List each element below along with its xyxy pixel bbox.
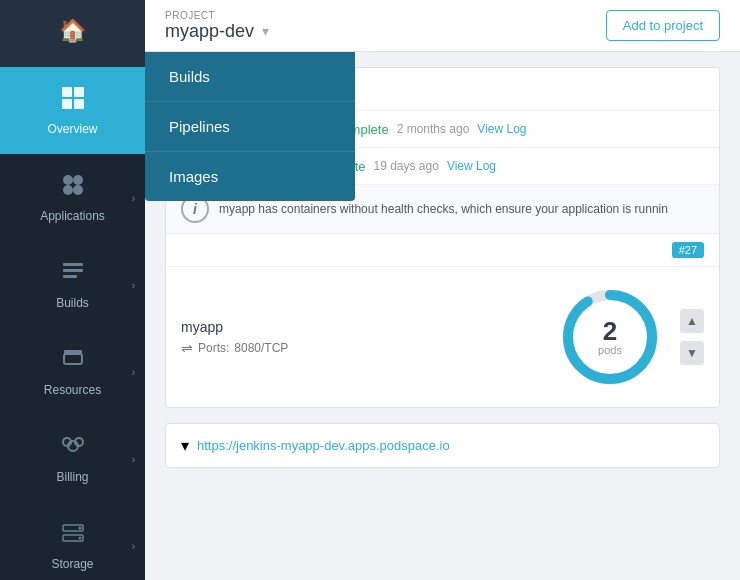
svg-point-18 — [78, 527, 81, 530]
project-name: myapp-dev — [165, 21, 254, 42]
svg-rect-8 — [63, 269, 83, 272]
sidebar-item-resources[interactable]: Resources › — [0, 328, 145, 415]
svg-point-7 — [73, 185, 83, 195]
chevron-icon-storage: › — [132, 540, 135, 551]
url-section: ▾ https://jenkins-myapp-dev.apps.podspac… — [165, 423, 720, 468]
svg-rect-9 — [63, 275, 77, 278]
sidebar-item-overview[interactable]: Overview — [0, 67, 145, 154]
chevron-icon-billing: › — [132, 453, 135, 464]
resources-icon — [60, 346, 86, 378]
url-link[interactable]: https://jenkins-myapp-dev.apps.podspace.… — [197, 438, 450, 453]
applications-icon — [60, 172, 86, 204]
pod-controls: ▲ ▼ — [680, 309, 704, 365]
pod-increase-button[interactable]: ▲ — [680, 309, 704, 333]
pod-row-badge: #27 — [672, 242, 704, 258]
svg-rect-3 — [74, 99, 84, 109]
pod-name: myapp — [181, 319, 540, 335]
dropdown-flyout: Builds Pipelines Images — [145, 52, 355, 201]
pipeline-view-log[interactable]: View Log — [477, 122, 526, 136]
sidebar-item-label-builds: Builds — [56, 296, 89, 310]
main-content: Project myapp-dev ▾ Add to project ▾ MYA… — [145, 0, 740, 580]
sidebar: 🏠 Overview Applications › — [0, 0, 145, 580]
svg-point-19 — [78, 537, 81, 540]
svg-point-5 — [73, 175, 83, 185]
svg-rect-10 — [63, 263, 83, 266]
project-label: Project — [165, 10, 269, 21]
svg-rect-11 — [64, 354, 82, 364]
add-to-project-button[interactable]: Add to project — [606, 10, 720, 41]
svg-rect-0 — [62, 87, 72, 97]
svg-rect-1 — [74, 87, 84, 97]
project-name-container: myapp-dev ▾ — [165, 21, 269, 42]
svg-rect-12 — [64, 350, 82, 355]
header-right: Add to project — [606, 10, 720, 41]
pod-count: 2 — [603, 318, 617, 344]
warning-text: myapp has containers without health chec… — [219, 202, 668, 216]
sidebar-item-storage[interactable]: Storage › — [0, 502, 145, 580]
sidebar-item-home[interactable]: 🏠 — [0, 0, 145, 67]
svg-point-4 — [63, 175, 73, 185]
pipeline-timestamp: 2 months ago — [397, 122, 470, 136]
url-chevron-icon: ▾ — [181, 436, 189, 455]
pod-info: myapp ⇌ Ports: 8080/TCP — [181, 319, 540, 356]
builds-icon — [60, 259, 86, 291]
chevron-icon-builds: › — [132, 279, 135, 290]
svg-rect-2 — [62, 99, 72, 109]
dropdown-item-builds[interactable]: Builds — [145, 52, 355, 102]
pod-badge-row: #27 — [166, 234, 719, 267]
pod-ports-label: Ports: — [198, 341, 229, 355]
pod-label: pods — [598, 344, 622, 356]
header: Project myapp-dev ▾ Add to project — [145, 0, 740, 52]
storage-icon — [60, 520, 86, 552]
sidebar-item-label-billing: Billing — [56, 470, 88, 484]
sidebar-item-applications[interactable]: Applications › — [0, 154, 145, 241]
chevron-icon-resources: › — [132, 366, 135, 377]
header-project: Project myapp-dev ▾ — [165, 10, 269, 42]
pod-ports-icon: ⇌ — [181, 340, 193, 356]
dropdown-item-pipelines[interactable]: Pipelines — [145, 102, 355, 152]
sidebar-item-label-storage: Storage — [51, 557, 93, 571]
home-icon: 🏠 — [59, 18, 86, 44]
content-wrapper: ▾ MYAPP Pipeline pipeline, #31 ✓ Complet… — [145, 52, 740, 580]
sidebar-item-billing[interactable]: Billing › — [0, 415, 145, 502]
sidebar-item-label-applications: Applications — [40, 209, 105, 223]
pod-ports: ⇌ Ports: 8080/TCP — [181, 340, 540, 356]
billing-icon — [60, 433, 86, 465]
overview-icon — [60, 85, 86, 117]
pod-ports-value: 8080/TCP — [234, 341, 288, 355]
build-view-log[interactable]: View Log — [447, 159, 496, 173]
pod-donut-chart: 2 pods — [555, 282, 665, 392]
svg-point-6 — [63, 185, 73, 195]
pod-section: myapp ⇌ Ports: 8080/TCP — [166, 267, 719, 407]
sidebar-item-label-overview: Overview — [47, 122, 97, 136]
dropdown-item-images[interactable]: Images — [145, 152, 355, 201]
build-timestamp: 19 days ago — [374, 159, 439, 173]
sidebar-item-label-resources: Resources — [44, 383, 101, 397]
donut-label: 2 pods — [598, 318, 622, 356]
pod-decrease-button[interactable]: ▼ — [680, 341, 704, 365]
sidebar-item-builds[interactable]: Builds › — [0, 241, 145, 328]
project-dropdown-icon[interactable]: ▾ — [262, 23, 269, 39]
chevron-icon-applications: › — [132, 192, 135, 203]
